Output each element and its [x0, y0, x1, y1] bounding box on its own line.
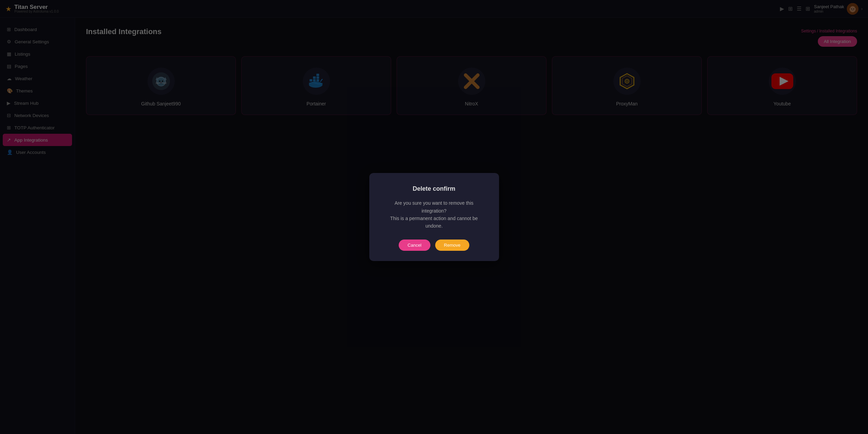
- remove-button[interactable]: Remove: [435, 240, 469, 251]
- modal-actions: Cancel Remove: [383, 240, 485, 251]
- modal-message-line2: This is a permanent action and cannot be…: [390, 216, 478, 229]
- cancel-button[interactable]: Cancel: [399, 240, 430, 251]
- modal-message-line1: Are you sure you want to remove this int…: [395, 200, 473, 213]
- modal-title: Delete confirm: [383, 185, 485, 192]
- modal-overlay: Delete confirm Are you sure you want to …: [0, 0, 868, 434]
- modal-message: Are you sure you want to remove this int…: [383, 199, 485, 230]
- delete-confirm-modal: Delete confirm Are you sure you want to …: [369, 173, 499, 261]
